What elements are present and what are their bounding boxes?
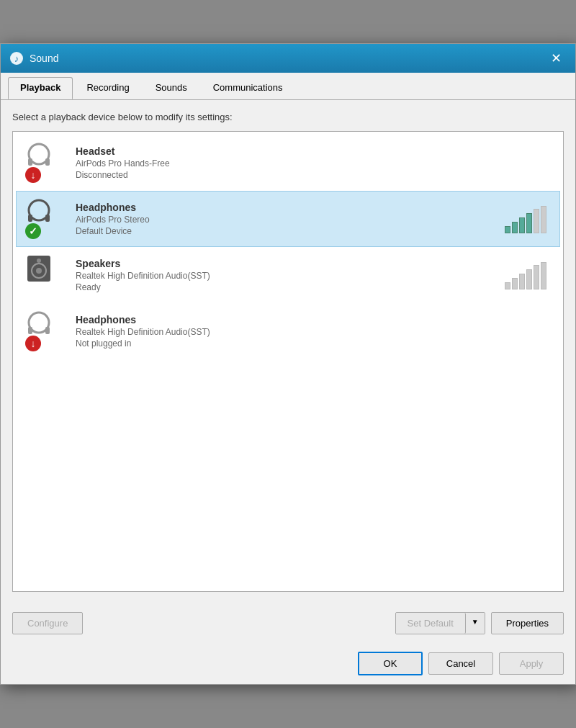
vol-bar-4 — [526, 213, 532, 233]
tab-bar: Playback Recording Sounds Communications — [1, 73, 575, 100]
device-item-headphones-airpods[interactable]: ✓ Headphones AirPods Pro Stereo Default … — [16, 191, 560, 247]
configure-button[interactable]: Configure — [12, 612, 83, 634]
sound-dialog: ♪ Sound ✕ Playback Recording Sounds Comm… — [0, 43, 576, 685]
vol-bar-6 — [541, 206, 546, 233]
tab-communications[interactable]: Communications — [201, 77, 295, 99]
vol-bar-s1 — [505, 282, 510, 289]
svg-rect-4 — [45, 158, 50, 166]
device-icon-speakers — [24, 253, 67, 297]
svg-point-11 — [37, 259, 41, 263]
cancel-button[interactable]: Cancel — [428, 652, 493, 675]
footer-dialog-row: OK Cancel Apply — [1, 643, 575, 684]
volume-bars-speakers — [505, 261, 546, 289]
set-default-button[interactable]: Set Default — [396, 613, 466, 634]
close-button[interactable]: ✕ — [545, 48, 567, 69]
vol-bar-s2 — [512, 278, 518, 289]
device-status-3: Ready — [76, 282, 505, 292]
vol-bar-s5 — [534, 265, 539, 289]
svg-rect-14 — [45, 327, 50, 334]
title-bar: ♪ Sound ✕ — [1, 44, 575, 73]
device-icon-headset: ↓ — [24, 141, 67, 184]
device-info-headset: Headset AirPods Pro Hands-Free Disconnec… — [76, 145, 552, 180]
tab-sounds[interactable]: Sounds — [143, 77, 199, 99]
title-bar-left: ♪ Sound — [9, 51, 58, 66]
tab-recording[interactable]: Recording — [74, 77, 141, 99]
set-default-arrow[interactable]: ▼ — [466, 613, 485, 634]
vol-bar-5 — [534, 209, 539, 233]
speaker-icon — [24, 253, 54, 284]
headphone-icon-2 — [24, 197, 54, 228]
svg-text:♪: ♪ — [14, 53, 19, 64]
window-title: Sound — [30, 53, 58, 64]
headphone-icon — [24, 141, 54, 171]
device-sub: AirPods Pro Hands-Free — [76, 158, 552, 168]
device-info-headphones-realtek: Headphones Realtek High Definition Audio… — [76, 314, 552, 349]
set-default-split: Set Default ▼ — [395, 612, 485, 634]
svg-rect-6 — [28, 215, 32, 222]
svg-rect-3 — [28, 158, 32, 166]
device-name-2: Headphones — [76, 202, 505, 213]
default-badge: ✓ — [25, 223, 41, 239]
svg-point-10 — [36, 268, 42, 274]
svg-rect-13 — [28, 327, 32, 334]
headphone-icon-3 — [24, 310, 54, 340]
device-item-headset[interactable]: ↓ Headset AirPods Pro Hands-Free Disconn… — [16, 135, 560, 191]
device-name-3: Speakers — [76, 258, 505, 269]
vol-bar-s6 — [541, 262, 546, 289]
device-list: ↓ Headset AirPods Pro Hands-Free Disconn… — [12, 131, 564, 592]
device-status: Disconnected — [76, 170, 552, 180]
device-icon-headphones: ✓ — [24, 197, 67, 241]
vol-bar-2 — [512, 222, 518, 233]
footer-action-row: Configure Set Default ▼ Properties — [1, 603, 575, 643]
disconnect-badge: ↓ — [25, 167, 41, 183]
instruction-text: Select a playback device below to modify… — [12, 112, 564, 122]
vol-bar-1 — [505, 226, 510, 233]
device-info-airpods: Headphones AirPods Pro Stereo Default De… — [76, 202, 505, 236]
device-icon-headphones-realtek: ↓ — [24, 310, 67, 353]
sound-icon: ♪ — [9, 51, 24, 66]
device-item-headphones-realtek[interactable]: ↓ Headphones Realtek High Definition Aud… — [16, 303, 560, 359]
vol-bar-s4 — [526, 269, 532, 289]
device-sub-4: Realtek High Definition Audio(SST) — [76, 327, 552, 337]
vol-bar-3 — [519, 217, 525, 233]
notplugged-badge: ↓ — [25, 336, 41, 351]
device-name: Headset — [76, 145, 552, 157]
properties-button[interactable]: Properties — [491, 612, 564, 634]
volume-bars — [505, 205, 546, 233]
main-content: Select a playback device below to modify… — [1, 100, 575, 603]
device-name-4: Headphones — [76, 314, 552, 325]
device-item-speakers[interactable]: Speakers Realtek High Definition Audio(S… — [16, 247, 560, 303]
apply-button[interactable]: Apply — [499, 652, 564, 675]
device-status-4: Not plugged in — [76, 338, 552, 349]
device-sub-3: Realtek High Definition Audio(SST) — [76, 271, 505, 281]
device-sub-2: AirPods Pro Stereo — [76, 215, 505, 225]
device-info-speakers: Speakers Realtek High Definition Audio(S… — [76, 258, 505, 292]
svg-rect-7 — [45, 215, 50, 222]
ok-button[interactable]: OK — [358, 652, 423, 675]
device-status-2: Default Device — [76, 226, 505, 236]
tab-playback[interactable]: Playback — [8, 77, 73, 99]
vol-bar-s3 — [519, 274, 525, 289]
